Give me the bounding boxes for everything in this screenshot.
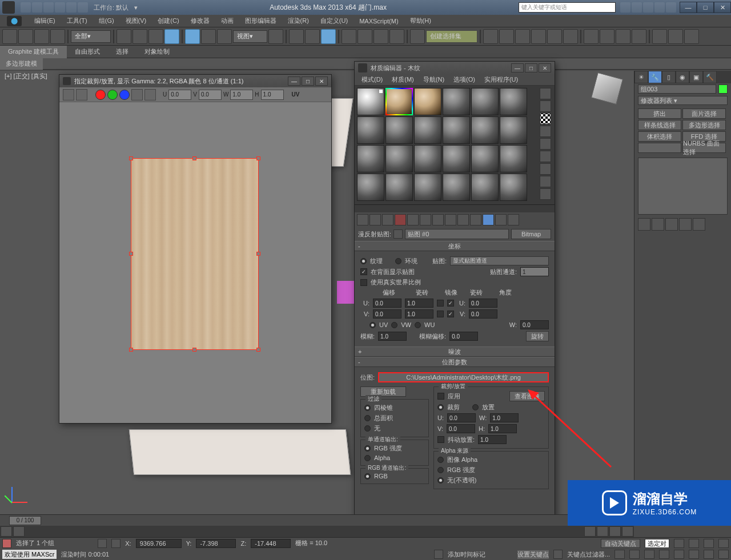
matedit-titlebar[interactable]: 材质编辑器 - 木纹 — □ ✕ xyxy=(355,62,555,74)
maximize-button[interactable]: □ xyxy=(697,2,714,13)
nav-icon[interactable] xyxy=(689,539,699,548)
close-image-icon[interactable] xyxy=(76,89,87,100)
material-slot[interactable] xyxy=(500,88,527,115)
w-angle-spinner[interactable]: 0.0 xyxy=(520,320,549,329)
uv-radio[interactable] xyxy=(369,322,376,328)
mapping-combo[interactable]: 显式贴图通道 xyxy=(450,256,549,265)
video-color-icon[interactable] xyxy=(540,138,551,150)
redo-button[interactable] xyxy=(18,29,33,44)
spinner-snap-button[interactable] xyxy=(389,29,404,44)
named-selection-set[interactable]: 创建选择集 xyxy=(426,30,477,43)
angle-snap-button[interactable] xyxy=(358,29,372,44)
empty-button[interactable] xyxy=(638,143,681,153)
track-bar[interactable] xyxy=(0,526,634,537)
select-object-button[interactable] xyxy=(117,29,131,44)
modifier-list-combo[interactable]: 修改器列表 ▾ xyxy=(638,96,728,105)
material-slot[interactable] xyxy=(443,174,470,201)
pin-stack-icon[interactable] xyxy=(638,218,650,231)
selection-filter[interactable]: 全部 ▾ xyxy=(71,30,111,43)
v-spinner[interactable]: 0.0 xyxy=(199,90,222,100)
material-slot[interactable] xyxy=(471,145,499,172)
material-slot-1[interactable] xyxy=(357,88,384,115)
remove-mod-icon[interactable] xyxy=(679,218,692,231)
select-region-button[interactable] xyxy=(148,29,163,44)
vpnav-icon[interactable] xyxy=(689,550,699,559)
material-slot[interactable] xyxy=(471,88,499,115)
reset-map-icon[interactable] xyxy=(395,214,406,225)
material-map-nav-icon[interactable] xyxy=(540,188,551,200)
material-slot[interactable] xyxy=(357,145,384,172)
make-unique-icon[interactable] xyxy=(420,214,431,225)
qat-save-icon[interactable] xyxy=(43,2,54,13)
u-angle-spinner[interactable]: 0.0 xyxy=(469,299,497,308)
cropwin-titlebar[interactable]: 指定裁剪/放置, 显示 Gamma: 2.2, RGBA 颜色 8 位/通道 (… xyxy=(59,75,331,87)
cropwin-maximize[interactable]: □ xyxy=(302,76,314,86)
imgalpha-radio[interactable] xyxy=(437,457,444,463)
menu-tools[interactable]: 工具(T) xyxy=(61,15,93,27)
trackbar-btn[interactable] xyxy=(13,526,25,537)
wu-radio[interactable] xyxy=(415,322,421,328)
u-offset-spinner[interactable]: 0.0 xyxy=(373,299,401,308)
transform-type-icon[interactable] xyxy=(111,539,121,548)
material-slot[interactable] xyxy=(357,174,384,201)
trackbar-btn[interactable] xyxy=(1,526,12,537)
make-preview-icon[interactable] xyxy=(540,151,551,162)
v-tile-check[interactable] xyxy=(447,311,454,317)
make-copy-icon[interactable] xyxy=(407,214,419,225)
menu-edit[interactable]: 编辑(E) xyxy=(29,15,61,27)
motion-tab-icon[interactable]: ◉ xyxy=(676,71,689,83)
volsel-button[interactable]: 体积选择 xyxy=(638,131,681,142)
rotate-button[interactable]: 旋转 xyxy=(526,331,549,341)
material-slot[interactable] xyxy=(500,145,527,172)
material-slot[interactable] xyxy=(414,174,441,201)
x-coord-field[interactable]: 9369.766 xyxy=(136,539,182,548)
v-offset-spinner[interactable]: 0.0 xyxy=(373,309,401,319)
select-by-material-icon[interactable] xyxy=(540,176,551,187)
tab-graphite[interactable]: Graphite 建模工具 xyxy=(0,46,67,58)
material-id-icon[interactable] xyxy=(445,214,456,225)
view-cube[interactable] xyxy=(594,75,628,110)
favorites-icon[interactable] xyxy=(654,2,665,13)
noise-rollout-header[interactable]: +噪波 xyxy=(355,347,555,357)
nav-icon[interactable] xyxy=(718,539,729,548)
addtime-label[interactable]: 添加时间标记 xyxy=(448,550,485,559)
rgbint2-radio[interactable] xyxy=(437,467,444,473)
uv-label[interactable]: UV xyxy=(292,91,300,98)
trackbar-btn[interactable] xyxy=(609,526,621,537)
map-type-button[interactable]: Bitmap xyxy=(511,229,551,239)
object-color-swatch[interactable] xyxy=(718,84,728,94)
summed-radio[interactable] xyxy=(364,415,371,421)
bitmap-rollout-header[interactable]: -位图参数 xyxy=(355,357,555,367)
menu-help[interactable]: 帮助(H) xyxy=(404,15,437,27)
map-name-combo[interactable]: 贴图 #0 xyxy=(405,229,509,239)
material-slot-2[interactable] xyxy=(385,88,413,115)
cropwin-close[interactable]: ✕ xyxy=(315,76,328,86)
trackbar-btn[interactable] xyxy=(597,526,608,537)
tab-freeform[interactable]: 自由形式 xyxy=(67,46,108,58)
addtime-icon[interactable] xyxy=(434,550,443,559)
menu-grapheditors[interactable]: 图形编辑器 xyxy=(239,15,282,27)
undo-button[interactable] xyxy=(2,29,17,44)
help-search-input[interactable]: 键入关键字或短语 xyxy=(519,2,616,13)
snap-2d-button[interactable] xyxy=(342,29,356,44)
v-tile-spinner[interactable]: 1.0 xyxy=(405,309,433,319)
vpnav-icon[interactable] xyxy=(659,550,669,559)
show-end-icon[interactable] xyxy=(652,218,664,231)
material-slot[interactable] xyxy=(500,116,527,144)
matedit-close[interactable]: ✕ xyxy=(539,63,551,72)
material-slot[interactable] xyxy=(385,174,413,201)
material-slot[interactable] xyxy=(414,116,441,144)
cropwin-minimize[interactable]: — xyxy=(288,76,300,86)
sample-uv-icon[interactable] xyxy=(540,126,551,137)
material-slot[interactable] xyxy=(443,145,470,172)
time-slider[interactable]: 0 / 100 xyxy=(0,514,634,526)
trackbar-btn[interactable] xyxy=(584,526,596,537)
qat-open-icon[interactable] xyxy=(32,2,42,13)
apply-check[interactable] xyxy=(437,393,444,400)
nurbs-button[interactable]: NURBS 曲面选择 xyxy=(682,143,726,153)
time-slider-knob[interactable]: 0 / 100 xyxy=(9,516,41,525)
menu-views[interactable]: 视图(V) xyxy=(120,15,152,27)
help-icon[interactable] xyxy=(666,2,676,13)
curve-editor-button[interactable] xyxy=(547,29,562,44)
qat-redo-icon[interactable] xyxy=(66,2,77,13)
